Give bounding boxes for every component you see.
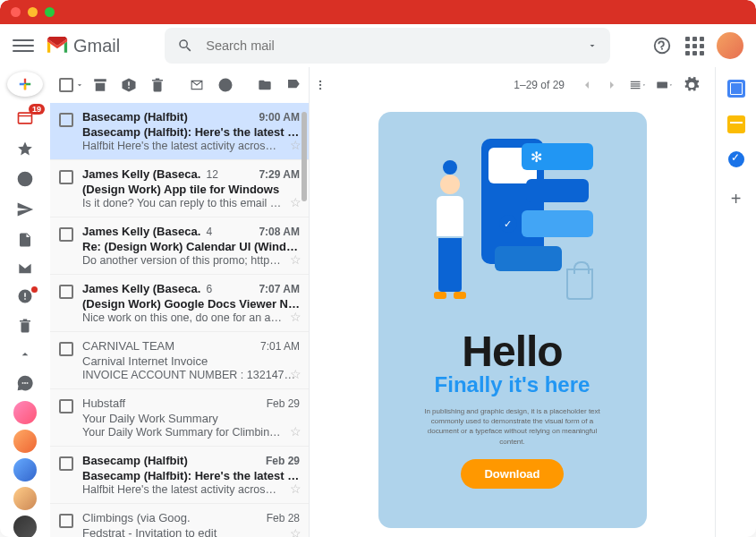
list-toolbar (50, 67, 309, 103)
get-addons-button[interactable]: + (731, 189, 742, 209)
prev-page-button[interactable] (579, 77, 595, 93)
email-row[interactable]: James Kelly (Baseca. 47:08 AM Re: (Desig… (50, 217, 309, 275)
contact-avatar-2[interactable] (13, 430, 37, 453)
email-time: 7:01 AM (260, 340, 300, 353)
all-mail-nav[interactable] (16, 261, 34, 276)
unread-badge: 19 (29, 104, 45, 115)
star-icon[interactable]: ☆ (290, 424, 302, 439)
sent-nav[interactable] (16, 200, 34, 218)
email-row[interactable]: James Kelly (Baseca. 127:29 AM (Design W… (50, 160, 309, 217)
email-sender: James Kelly (Baseca. 12 (82, 167, 218, 181)
archive-button[interactable] (92, 77, 108, 93)
starred-nav[interactable] (16, 140, 34, 158)
email-row[interactable]: Climbings (via Goog.Feb 28 Fedstrat - In… (50, 504, 309, 537)
star-icon[interactable]: ☆ (290, 310, 302, 324)
mark-read-button[interactable] (189, 77, 205, 93)
main-menu-button[interactable] (13, 35, 34, 56)
search-bar[interactable] (165, 28, 610, 64)
gmail-logo[interactable]: Gmail (45, 36, 120, 56)
calendar-addon[interactable] (727, 80, 745, 98)
email-sender: CARNIVAL TEAM (82, 339, 174, 353)
email-row[interactable]: Basecamp (Halfbit)Feb 29 Basecamp (Halfb… (50, 447, 309, 504)
email-preview-text: Is it done? You can reply to this email … (82, 197, 300, 209)
email-checkbox[interactable] (59, 399, 73, 439)
star-icon[interactable]: ☆ (290, 252, 302, 267)
label-button[interactable] (285, 77, 302, 93)
email-time: 9:00 AM (259, 111, 300, 124)
email-subject: Basecamp (Halfbit): Here's the latest … (82, 125, 300, 139)
delete-button[interactable] (149, 77, 166, 93)
gmail-icon (45, 37, 70, 55)
email-row[interactable]: CARNIVAL TEAM7:01 AM Carnival Internet I… (50, 332, 309, 389)
compose-button[interactable] (7, 72, 43, 97)
minimize-window-button[interactable] (28, 7, 38, 17)
email-checkbox[interactable] (59, 227, 73, 267)
email-sender: Basecamp (Halfbit) (82, 110, 188, 124)
email-checkbox[interactable] (59, 456, 73, 496)
account-avatar[interactable] (717, 32, 743, 59)
hero-illustration: ✓ (405, 130, 620, 309)
email-row[interactable]: Basecamp (Halfbit)9:00 AM Basecamp (Half… (50, 103, 309, 160)
star-icon[interactable]: ☆ (290, 526, 302, 537)
email-subject: Basecamp (Halfbit): Here's the latest … (82, 469, 300, 482)
snooze-button[interactable] (217, 77, 234, 93)
spam-button[interactable] (121, 77, 137, 93)
email-row[interactable]: James Kelly (Baseca. 67:07 AM (Design Wo… (50, 275, 309, 332)
email-sender: James Kelly (Baseca. 6 (82, 282, 212, 295)
collapse-nav[interactable] (16, 347, 34, 362)
email-time: Feb 29 (266, 455, 300, 467)
star-icon[interactable]: ☆ (290, 367, 302, 381)
chat-nav[interactable] (16, 374, 34, 392)
hangouts-contacts (13, 401, 37, 537)
email-row[interactable]: HubstaffFeb 29 Your Daily Work Summary Y… (50, 389, 309, 447)
email-checkbox[interactable] (59, 113, 73, 152)
email-list-pane: Basecamp (Halfbit)9:00 AM Basecamp (Half… (50, 67, 310, 537)
download-button[interactable]: Download (461, 459, 563, 489)
trash-nav[interactable] (16, 317, 34, 335)
email-preview-text: Halfbit Here's the latest activity acros… (82, 483, 300, 496)
app-name: Gmail (73, 36, 120, 56)
more-button[interactable] (314, 77, 327, 93)
maximize-window-button[interactable] (45, 7, 55, 17)
star-icon[interactable]: ☆ (290, 482, 302, 496)
contact-avatar-1[interactable] (13, 401, 37, 424)
window-titlebar (0, 0, 756, 24)
close-window-button[interactable] (11, 7, 21, 17)
inbox-nav[interactable]: 19 (16, 109, 34, 127)
addons-panel: + (715, 67, 756, 537)
keep-addon[interactable] (727, 115, 745, 133)
newsletter-content: ✓ Hello Finally it's here In publishing … (378, 112, 647, 528)
tasks-addon[interactable] (728, 151, 744, 167)
reading-pane: 1–29 of 29 ✓ Hello Finally it's here In … (310, 67, 715, 537)
email-checkbox[interactable] (59, 342, 73, 381)
star-icon[interactable]: ☆ (290, 195, 302, 209)
move-button[interactable] (257, 77, 273, 93)
next-page-button[interactable] (604, 77, 620, 93)
apps-button[interactable] (684, 36, 704, 55)
keyboard-button[interactable] (656, 76, 674, 94)
split-pane-button[interactable] (629, 76, 647, 94)
drafts-nav[interactable] (16, 231, 34, 249)
email-subject: Carnival Internet Invoice (82, 354, 300, 368)
settings-button[interactable] (683, 76, 701, 94)
contact-avatar-5[interactable] (13, 516, 37, 537)
svg-point-2 (319, 88, 321, 90)
star-icon[interactable]: ☆ (290, 138, 302, 152)
search-input[interactable] (206, 38, 587, 53)
email-checkbox[interactable] (59, 285, 73, 324)
help-button[interactable] (652, 36, 672, 55)
contact-avatar-4[interactable] (13, 487, 37, 510)
important-nav[interactable] (16, 288, 34, 304)
search-options-dropdown[interactable] (587, 40, 598, 51)
scrollbar[interactable] (302, 112, 307, 201)
email-list: Basecamp (Halfbit)9:00 AM Basecamp (Half… (50, 103, 309, 537)
snoozed-nav[interactable] (16, 170, 34, 188)
contact-avatar-3[interactable] (13, 458, 37, 482)
email-subject: Re: (Design Work) Calendar UI (Wind… (82, 240, 300, 253)
newsletter-title: Hello (462, 327, 562, 376)
select-all[interactable] (59, 78, 84, 92)
newsletter-blurb: In publishing and graphic design, it is … (423, 406, 602, 447)
svg-point-0 (319, 81, 321, 82)
email-checkbox[interactable] (59, 170, 73, 209)
email-checkbox[interactable] (59, 514, 73, 537)
